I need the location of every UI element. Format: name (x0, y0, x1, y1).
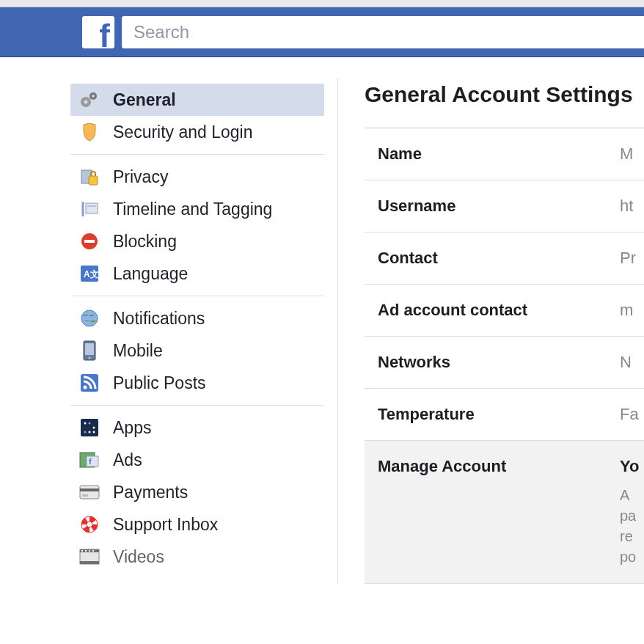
setting-row-manage-account[interactable]: Manage Account Yo A pa re po (365, 441, 644, 584)
globe-icon (79, 308, 100, 329)
sidebar-item-label: Videos (113, 547, 164, 567)
svg-point-16 (89, 357, 91, 359)
sidebar-group-notifications: Notifications Mobile (70, 296, 324, 406)
svg-point-1 (84, 100, 88, 104)
sidebar-item-public-posts[interactable]: Public Posts (70, 367, 324, 399)
setting-row-temperature[interactable]: Temperature Fa (365, 389, 644, 441)
setting-label: Temperature (378, 405, 620, 424)
svg-text:A文: A文 (84, 269, 99, 279)
svg-point-20 (84, 422, 87, 425)
svg-point-3 (92, 95, 95, 98)
sidebar-item-label: Support Inbox (113, 515, 218, 535)
sidebar-item-label: Security and Login (113, 122, 253, 142)
sidebar-item-privacy[interactable]: Privacy (70, 161, 324, 193)
svg-rect-29 (80, 486, 99, 499)
svg-text:f: f (89, 457, 92, 466)
support-icon (79, 514, 100, 535)
browser-chrome-strip (0, 0, 644, 7)
sidebar-item-label: Public Posts (113, 373, 206, 393)
sidebar-item-label: Language (113, 264, 188, 284)
svg-rect-7 (86, 203, 98, 213)
svg-rect-15 (85, 343, 94, 355)
sidebar-item-label: Mobile (113, 341, 163, 361)
apps-icon (79, 417, 100, 438)
setting-label: Manage Account (378, 457, 620, 567)
main-content: General Account Settings Name M Username… (337, 78, 644, 584)
setting-value: m (620, 301, 633, 320)
timeline-icon (79, 199, 100, 219)
svg-rect-5 (89, 176, 98, 185)
rss-icon (79, 373, 100, 393)
sidebar-item-label: Blocking (113, 232, 177, 252)
svg-point-18 (84, 386, 87, 389)
svg-rect-36 (80, 561, 99, 564)
svg-point-21 (89, 422, 91, 425)
setting-label: Name (378, 144, 620, 164)
setting-sub: A pa re po (620, 485, 639, 567)
sidebar-item-label: Apps (113, 418, 151, 438)
sidebar-item-support[interactable]: Support Inbox (70, 508, 324, 541)
language-icon: A文 (79, 263, 100, 284)
svg-rect-31 (82, 494, 88, 497)
setting-value: M (620, 144, 633, 164)
sidebar-item-videos[interactable]: Videos (70, 541, 324, 573)
setting-row-username[interactable]: Username ht (365, 180, 644, 233)
svg-rect-30 (80, 489, 99, 491)
sidebar-item-language[interactable]: A文 Language (70, 257, 324, 290)
sidebar-item-ads[interactable]: f Ads (70, 444, 324, 476)
setting-row-contact[interactable]: Contact Pr (365, 233, 644, 285)
sidebar-item-blocking[interactable]: Blocking (70, 225, 324, 257)
sidebar-item-general[interactable]: General (70, 84, 324, 116)
sidebar-item-label: General (113, 90, 176, 110)
setting-label: Contact (378, 249, 620, 268)
lock-icon (79, 167, 100, 187)
sidebar-item-label: Privacy (113, 167, 168, 187)
svg-point-25 (93, 431, 95, 433)
svg-rect-19 (81, 419, 98, 436)
sidebar-item-payments[interactable]: Payments (70, 476, 324, 508)
setting-value: ht (620, 197, 633, 216)
svg-rect-40 (92, 550, 94, 552)
sidebar-group-account: General Security and Login (70, 78, 324, 155)
svg-rect-39 (89, 550, 90, 552)
sidebar-item-timeline[interactable]: Timeline and Tagging (70, 193, 324, 225)
videos-icon (79, 546, 100, 567)
settings-sidebar: General Security and Login (0, 78, 337, 584)
svg-rect-37 (81, 550, 83, 552)
header-bar (0, 7, 644, 57)
page-title: General Account Settings (365, 82, 644, 107)
payments-icon (79, 482, 100, 502)
setting-value: Fa (620, 405, 639, 424)
settings-list: Name M Username ht Contact Pr Ad account… (365, 128, 644, 584)
sidebar-item-label: Notifications (113, 309, 205, 329)
sidebar-item-apps[interactable]: Apps (70, 411, 324, 444)
sidebar-group-privacy: Privacy Timeline and Tagging (70, 155, 324, 296)
svg-rect-38 (85, 550, 87, 552)
ads-icon: f (79, 450, 100, 470)
svg-rect-10 (84, 240, 95, 243)
setting-row-networks[interactable]: Networks N (365, 337, 644, 389)
mobile-icon (79, 340, 100, 361)
sidebar-group-apps: Apps f Ads (70, 406, 324, 579)
svg-point-22 (93, 427, 95, 429)
sidebar-item-security[interactable]: Security and Login (70, 116, 324, 148)
body-wrap: General Security and Login (0, 57, 644, 584)
setting-value: Yo (620, 457, 639, 476)
setting-value: Pr (620, 249, 636, 268)
svg-point-13 (81, 310, 98, 326)
facebook-logo[interactable] (82, 16, 114, 48)
svg-point-23 (84, 431, 87, 433)
block-icon (79, 231, 100, 252)
setting-label: Ad account contact (378, 301, 620, 320)
search-input[interactable] (122, 16, 644, 48)
setting-value: N (620, 353, 632, 372)
svg-point-24 (89, 431, 91, 433)
setting-label: Networks (378, 353, 620, 372)
sidebar-item-mobile[interactable]: Mobile (70, 334, 324, 367)
setting-row-name[interactable]: Name M (365, 128, 644, 180)
gears-icon (79, 89, 100, 110)
setting-row-ad-contact[interactable]: Ad account contact m (365, 285, 644, 337)
sidebar-item-label: Payments (113, 483, 188, 502)
sidebar-item-notifications[interactable]: Notifications (70, 302, 324, 334)
setting-label: Username (378, 197, 620, 216)
